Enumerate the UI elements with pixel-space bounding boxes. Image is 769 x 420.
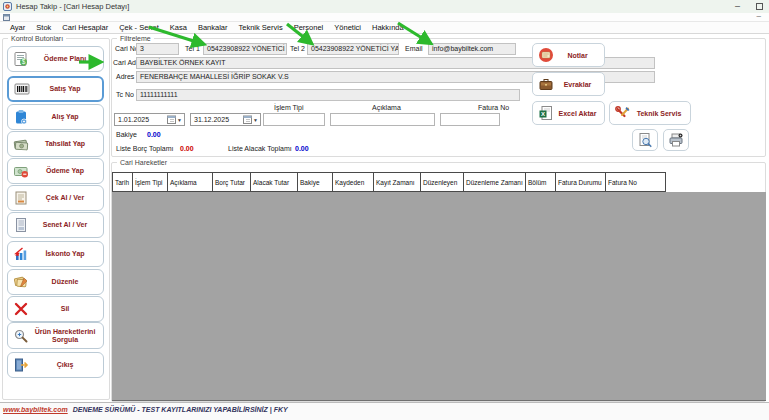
transactions-table-body[interactable] xyxy=(112,192,766,401)
sidebar-title: Kontrol Butonları xyxy=(8,35,66,43)
print-preview-icon xyxy=(637,132,653,148)
senet-al-ver-label: Senet Al / Ver xyxy=(29,221,103,229)
cash-minus-icon xyxy=(13,163,29,179)
evraklar-button[interactable]: Evraklar xyxy=(532,72,605,96)
briefcase-icon xyxy=(538,76,554,92)
delete-x-icon xyxy=(13,301,29,317)
col-tarih[interactable]: Tarih xyxy=(112,172,133,192)
col-bakiye[interactable]: Bakiye xyxy=(298,172,333,192)
tahsilat-yap-label: Tahsilat Yap xyxy=(29,140,103,148)
menu-stok[interactable]: Stok xyxy=(36,23,51,32)
cikis-button[interactable]: Çıkış xyxy=(7,352,104,378)
child-minimize-button[interactable]: – xyxy=(757,11,761,20)
col-borc-tutar[interactable]: Borç Tutar xyxy=(213,172,251,192)
svg-text:$: $ xyxy=(22,58,26,65)
borc-toplami-value: 0.00 xyxy=(180,145,194,152)
excel-aktar-label: Excel Aktar xyxy=(554,110,604,117)
chevron-down-icon: ▼ xyxy=(177,117,182,123)
start-date-picker[interactable]: 1.01.2025 ▼ xyxy=(114,113,185,126)
aciklama-input[interactable] xyxy=(330,113,435,126)
exit-icon xyxy=(13,357,29,373)
teknik-servis-label: Teknik Servis xyxy=(631,110,690,117)
col-fatura-no[interactable]: Fatura No xyxy=(606,172,666,192)
bakiye-value: 0.00 xyxy=(147,131,161,138)
status-text: DENEME SÜRÜMÜ - TEST KAYITLARINIZI YAPAB… xyxy=(73,406,288,413)
minimize-button[interactable]: – xyxy=(735,0,740,13)
senet-al-ver-button[interactable]: Senet Al / Ver xyxy=(7,212,104,238)
menu-cari-hesaplar[interactable]: Cari Hesaplar xyxy=(62,23,108,32)
cek-al-ver-button[interactable]: Çek Al / Ver xyxy=(7,185,104,211)
excel-aktar-button[interactable]: X Excel Aktar xyxy=(532,101,605,125)
duzenle-button[interactable]: Düzenle xyxy=(7,269,104,295)
tc-no-field[interactable]: 11111111111 xyxy=(136,89,520,101)
tel2-field[interactable]: 05423908922 YÖNETİCİ YARDIM xyxy=(307,43,399,55)
col-duzenleyen[interactable]: Düzenleyen xyxy=(421,172,464,192)
chevron-down-icon: ▼ xyxy=(253,117,258,123)
fatura-no-label: Fatura No xyxy=(478,104,509,111)
cheque-icon xyxy=(13,190,29,206)
duzenle-label: Düzenle xyxy=(29,278,103,286)
mdi-child-bar: – xyxy=(0,13,769,22)
odeme-plani-label: Ödeme Planı xyxy=(29,55,103,63)
col-aciklama[interactable]: Açıklama xyxy=(168,172,213,192)
col-islem-tipi[interactable]: İşlem Tipi xyxy=(133,172,168,192)
col-bolum[interactable]: Bölüm xyxy=(526,172,556,192)
iskonto-yap-label: İskonto Yap xyxy=(29,250,103,258)
app-icon xyxy=(3,2,12,11)
islem-tipi-label: İşlem Tipi xyxy=(274,104,304,111)
end-date-picker[interactable]: 31.12.2025 ▼ xyxy=(190,113,261,126)
tel2-label: Tel 2 xyxy=(290,45,305,52)
cari-no-field[interactable]: 3 xyxy=(136,43,179,55)
discount-chart-icon xyxy=(13,246,29,262)
clipboard-icon xyxy=(13,109,29,125)
odeme-yap-button[interactable]: Ödeme Yap xyxy=(7,158,104,184)
tahsilat-yap-button[interactable]: Tahsilat Yap xyxy=(7,131,104,157)
promissory-icon xyxy=(13,217,29,233)
website-link[interactable]: www.baybiltek.com xyxy=(3,406,68,413)
col-alacak-tutar[interactable]: Alacak Tutar xyxy=(251,172,298,192)
fatura-no-input[interactable] xyxy=(440,113,500,126)
menu-bankalar[interactable]: Bankalar xyxy=(198,23,228,32)
menu-cek-senet[interactable]: Çek - Senet xyxy=(119,23,159,32)
alis-yap-button[interactable]: Alış Yap xyxy=(7,104,104,130)
tc-no-label: Tc No xyxy=(116,91,134,98)
satis-yap-button[interactable]: Satış Yap xyxy=(7,76,104,102)
notes-icon xyxy=(538,47,554,63)
excel-icon: X xyxy=(538,105,554,121)
urun-hareketleri-sorgula-button[interactable]: Ürün Hareketlerini Sorgula xyxy=(7,322,104,349)
adres-label: Adres xyxy=(116,73,134,80)
status-bar: www.baybiltek.com DENEME SÜRÜMÜ - TEST K… xyxy=(0,402,769,420)
menu-personel[interactable]: Personel xyxy=(294,23,324,32)
col-duzenleme-zamani[interactable]: Düzenleme Zamanı xyxy=(464,172,526,192)
calendar-icon xyxy=(243,115,252,124)
cek-al-ver-label: Çek Al / Ver xyxy=(29,194,103,202)
islem-tipi-input[interactable] xyxy=(263,113,325,126)
col-fatura-durumu[interactable]: Fatura Durumu xyxy=(556,172,606,192)
evraklar-label: Evraklar xyxy=(554,81,604,88)
transactions-title: Cari Hareketler xyxy=(117,159,170,167)
iskonto-yap-button[interactable]: İskonto Yap xyxy=(7,241,104,267)
tel1-field[interactable]: 05423908922 YÖNETİCİ xyxy=(203,43,287,55)
start-date-value: 1.01.2025 xyxy=(118,116,167,123)
menu-yonetici[interactable]: Yönetici xyxy=(334,23,361,32)
restore-button[interactable] xyxy=(756,3,763,10)
col-kayit-zamani[interactable]: Kayıt Zamanı xyxy=(374,172,421,192)
search-plus-icon xyxy=(13,328,29,344)
menu-teknik-servis[interactable]: Teknik Servis xyxy=(239,23,283,32)
tools-icon xyxy=(615,105,631,121)
menu-kasa[interactable]: Kasa xyxy=(170,23,187,32)
teknik-servis-button[interactable]: Teknik Servis xyxy=(609,101,691,125)
svg-text:X: X xyxy=(541,111,545,117)
alacak-toplami-label: Liste Alacak Toplamı xyxy=(228,145,292,152)
col-kaydeden[interactable]: Kaydeden xyxy=(333,172,374,192)
print-preview-button[interactable] xyxy=(632,129,658,151)
menu-hakkinda[interactable]: Hakkında xyxy=(372,23,404,32)
menu-ayar[interactable]: Ayar xyxy=(10,23,25,32)
email-field[interactable]: info@baybiltek.com xyxy=(428,43,516,55)
notlar-button[interactable]: Notlar xyxy=(532,43,605,67)
odeme-plani-button[interactable]: $ Ödeme Planı xyxy=(7,46,104,72)
tel1-label: Tel 1 xyxy=(185,45,200,52)
cash-icon xyxy=(13,136,29,152)
print-button[interactable] xyxy=(663,129,689,151)
sil-button[interactable]: Sil xyxy=(7,296,104,322)
